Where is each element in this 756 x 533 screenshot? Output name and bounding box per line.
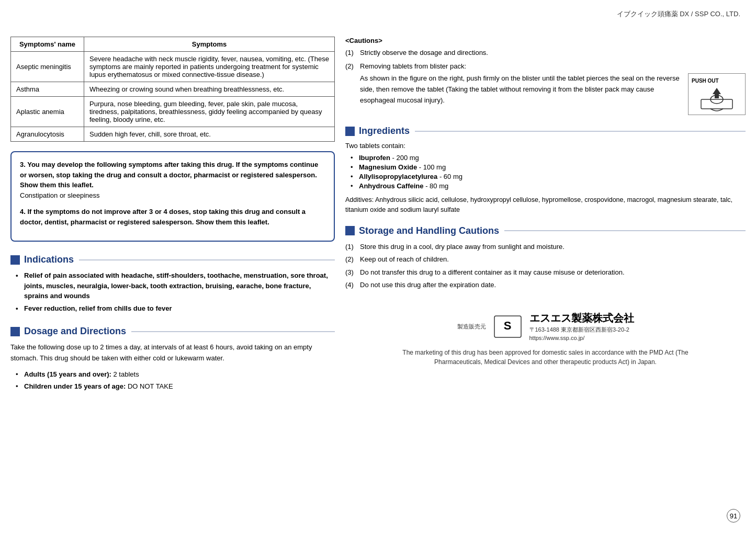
warning-item-4: 4. If the symptoms do not improve after … xyxy=(20,207,325,227)
storage-list-item: (1)Store this drug in a cool, dry place … xyxy=(345,242,746,252)
ingredients-section: Ingredients Two tablets contain: Ibuprof… xyxy=(345,126,746,215)
table-row: Aseptic meningitisSevere headache with n… xyxy=(11,52,335,82)
svg-text:S: S xyxy=(503,319,511,332)
dosage-list-item: Children under 15 years of age: DO NOT T… xyxy=(16,381,335,392)
manufacturer-info: エスエス製薬株式会社 〒163-1488 東京都新宿区西新宿3-20-2 htt… xyxy=(529,311,634,343)
indications-square-icon xyxy=(10,255,20,265)
storage-section: Storage and Handling Cautions (1)Store t… xyxy=(345,225,746,290)
footer-legal: The marketing of this drug has been appr… xyxy=(389,348,703,367)
symptoms-table: Symptoms' name Symptoms Aseptic meningit… xyxy=(10,37,335,142)
symptom-name: Agranulocytosis xyxy=(11,127,84,142)
cautions-title: <Cautions> xyxy=(345,37,746,44)
storage-title: Storage and Handling Cautions xyxy=(359,225,499,236)
push-out-figure: PUSH OUT xyxy=(688,73,746,115)
ingredient-item: Allylisopropylacetylurea - 60 mg xyxy=(351,173,746,180)
cautions-section: <Cautions> (1) Strictly observe the dosa… xyxy=(345,37,746,115)
caution-2-label: Removing tablets from blister pack: xyxy=(360,62,466,70)
symptom-name: Aseptic meningitis xyxy=(11,52,84,82)
indications-title: Indications xyxy=(24,254,74,265)
caution-1-text: Strictly observe the dosage and directio… xyxy=(360,49,488,56)
indications-section: Indications Relief of pain associated wi… xyxy=(10,254,335,313)
indications-header: Indications xyxy=(10,254,335,265)
page-number: 91 xyxy=(727,509,740,523)
dosage-section: Dosage and Directions Take the following… xyxy=(10,326,335,392)
symptom-name: Aplastic anemia xyxy=(11,97,84,127)
dosage-list-item: Adults (15 years and over): 2 tablets xyxy=(16,369,335,380)
dosage-intro: Take the following dose up to 2 times a … xyxy=(10,342,335,364)
manufacturer-box: 製造販売元 S エスエス製薬株式会社 〒163-1488 東京都新宿区西新宿3-… xyxy=(457,311,634,343)
storage-list: (1)Store this drug in a cool, dry place … xyxy=(345,242,746,290)
cautions-list: (1) Strictly observe the dosage and dire… xyxy=(345,48,746,115)
company-name-jp: エスエス製薬株式会社 xyxy=(529,311,634,325)
ingredients-intro: Two tablets contain: xyxy=(345,142,746,150)
storage-list-item: (2)Keep out of reach of children. xyxy=(345,254,746,265)
ingredient-item: Anhydrous Caffeine - 80 mg xyxy=(351,182,746,190)
warning-3-bold: 3. You may develop the following symptom… xyxy=(20,161,318,189)
table-col1-header: Symptoms' name xyxy=(11,37,84,52)
dosage-square-icon xyxy=(10,327,20,336)
warning-4-bold: 4. If the symptoms do not improve after … xyxy=(20,208,306,226)
symptom-description: Severe headache with neck muscle rigidit… xyxy=(84,52,335,82)
indications-list-item: Relief of pain associated with headache,… xyxy=(16,270,335,301)
company-address: 〒163-1488 東京都新宿区西新宿3-20-2 xyxy=(529,325,634,334)
ingredient-item: Magnesium Oxide - 100 mg xyxy=(351,163,746,171)
caution-2-text: As shown in the figure on the right, pus… xyxy=(360,73,683,115)
indications-list: Relief of pain associated with headache,… xyxy=(10,270,335,313)
header-title: イブクイック頭痛薬 DX / SSP CO., LTD. xyxy=(617,9,740,19)
table-col2-header: Symptoms xyxy=(84,37,335,52)
ingredients-header: Ingredients xyxy=(345,126,746,137)
ingredients-square-icon xyxy=(345,127,355,136)
storage-header: Storage and Handling Cautions xyxy=(345,225,746,236)
dosage-line xyxy=(131,331,335,332)
manufacturer-logo-icon: S xyxy=(493,315,522,338)
footer-section: 製造販売元 S エスエス製薬株式会社 〒163-1488 東京都新宿区西新宿3-… xyxy=(345,311,746,367)
dosage-header: Dosage and Directions xyxy=(10,326,335,337)
ingredients-line xyxy=(415,131,746,132)
symptom-name: Asthma xyxy=(11,82,84,97)
symptom-description: Sudden high fever, chill, sore throat, e… xyxy=(84,127,335,142)
table-row: AgranulocytosisSudden high fever, chill,… xyxy=(11,127,335,142)
table-row: AsthmaWheezing or crowing sound when bre… xyxy=(11,82,335,97)
svg-rect-1 xyxy=(701,99,732,109)
ingredient-list: Ibuprofen - 200 mgMagnesium Oxide - 100 … xyxy=(345,154,746,190)
storage-list-item: (3)Do not transfer this drug to a differ… xyxy=(345,267,746,278)
right-column: <Cautions> (1) Strictly observe the dosa… xyxy=(345,10,746,523)
warning-3-normal: Constipation or sleepiness xyxy=(20,191,99,199)
symptom-description: Purpura, nose bleeding, gum bleeding, fe… xyxy=(84,97,335,127)
storage-square-icon xyxy=(345,226,355,235)
left-column: Symptoms' name Symptoms Aseptic meningit… xyxy=(10,10,335,523)
storage-list-item: (4)Do not use this drug after the expira… xyxy=(345,280,746,290)
indications-line xyxy=(79,259,335,260)
caution-item-1: (1) Strictly observe the dosage and dire… xyxy=(345,48,746,58)
caution-item-2: (2) Removing tablets from blister pack: … xyxy=(345,61,746,116)
warning-item-3: 3. You may develop the following symptom… xyxy=(20,160,325,200)
additives-text: Additives: Anhydrous silicic acid, cellu… xyxy=(345,195,746,215)
symptom-description: Wheezing or crowing sound when breathing… xyxy=(84,82,335,97)
push-out-label: PUSH OUT xyxy=(692,77,742,85)
push-out-tablet-icon xyxy=(692,88,742,111)
ingredients-title: Ingredients xyxy=(359,126,410,137)
company-url: https://www.ssp.co.jp/ xyxy=(529,334,634,343)
storage-line xyxy=(504,230,746,231)
indications-list-item: Fever reduction, relief from chills due … xyxy=(16,303,335,314)
dosage-list: Adults (15 years and over): 2 tabletsChi… xyxy=(10,369,335,392)
warning-box: 3. You may develop the following symptom… xyxy=(10,151,335,242)
ingredient-item: Ibuprofen - 200 mg xyxy=(351,154,746,162)
dosage-title: Dosage and Directions xyxy=(24,326,126,337)
manufacturer-label: 製造販売元 xyxy=(457,323,486,331)
table-row: Aplastic anemiaPurpura, nose bleeding, g… xyxy=(11,97,335,127)
svg-marker-0 xyxy=(713,88,721,98)
